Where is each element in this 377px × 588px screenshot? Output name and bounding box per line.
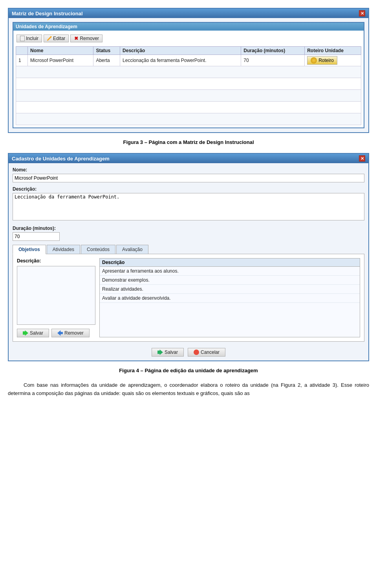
table-row: 1 Microsof PowerPoint Aberta Leccionação… bbox=[16, 55, 361, 66]
row-num: 1 bbox=[16, 55, 28, 66]
window-body-2: Nome: Descrição: Leccionação da ferramen… bbox=[9, 163, 368, 360]
obj-row-3[interactable]: Realizar atividades. bbox=[100, 285, 360, 294]
empty-row bbox=[16, 90, 361, 102]
window-titlebar-2: Cadastro de Unidades de Aprendizagem ✕ bbox=[9, 154, 368, 163]
window-cadastro: Cadastro de Unidades de Aprendizagem ✕ N… bbox=[8, 153, 369, 361]
form-group-nome: Nome: bbox=[13, 167, 364, 182]
obj-row-4[interactable]: Avaliar a atividade desenvolvida. bbox=[100, 294, 360, 303]
remover-obj-icon bbox=[57, 330, 63, 336]
row-status: Aberta bbox=[93, 55, 120, 66]
incluir-button[interactable]: Incluir bbox=[16, 35, 42, 42]
editar-icon bbox=[47, 36, 52, 41]
tab-right-header: Descrição bbox=[100, 259, 360, 267]
nome-label: Nome: bbox=[13, 167, 364, 173]
row-descricao: Leccionação da ferramenta PowerPoint. bbox=[120, 55, 241, 66]
duracao-input[interactable] bbox=[13, 232, 60, 241]
obj-row-1[interactable]: Apresentar a ferramenta aos alunos. bbox=[100, 267, 360, 276]
tab-left-panel: Descrição: Salvar Remover bbox=[17, 258, 95, 337]
row-nome: Microsof PowerPoint bbox=[28, 55, 93, 66]
remover-icon: ✖ bbox=[74, 36, 79, 41]
tab-content-objetivos: Descrição: Salvar Remover Descrição Apre… bbox=[13, 254, 364, 342]
row-roteiro: Roteiro bbox=[305, 55, 361, 66]
tabs-bar: Objetivos Atividades Conteúdos Avaliação bbox=[13, 245, 364, 254]
tab-right-panel: Descrição Apresentar a ferramenta aos al… bbox=[99, 258, 360, 337]
cancel-icon bbox=[194, 350, 199, 355]
figure4-caption: Figura 4 – Página de edição da unidade d… bbox=[8, 368, 369, 373]
paragraph-content: Com base nas informações da unidade de a… bbox=[8, 381, 369, 398]
unidades-table: Nome Status Descrição Duração (minutos) … bbox=[16, 46, 361, 125]
row-duracao: 70 bbox=[241, 55, 305, 66]
roteiro-icon bbox=[311, 57, 317, 64]
paragraph-text: Com base nas informações da unidade de a… bbox=[8, 381, 369, 398]
col-descricao: Descrição bbox=[120, 47, 241, 55]
empty-row bbox=[16, 66, 361, 78]
empty-row bbox=[16, 113, 361, 125]
form-group-duracao: Duração (minutos): bbox=[13, 226, 364, 241]
col-roteiro: Roteiro Unidade bbox=[305, 47, 361, 55]
empty-row bbox=[16, 78, 361, 90]
cancel-button[interactable]: Cancelar bbox=[188, 348, 225, 357]
col-nome: Nome bbox=[28, 47, 93, 55]
remover-button[interactable]: ✖ Remover bbox=[70, 35, 102, 42]
save-icon bbox=[157, 350, 163, 355]
window-matriz: Matriz de Design Instrucional ✕ Unidades… bbox=[8, 8, 369, 133]
col-num bbox=[16, 47, 28, 55]
window-titlebar-1: Matriz de Design Instrucional ✕ bbox=[9, 9, 368, 18]
tab-avaliacao[interactable]: Avaliação bbox=[116, 245, 148, 254]
window-body-1: Unidades de Aprendizagem Incluir Editar … bbox=[9, 18, 368, 132]
tab-conteudos[interactable]: Conteúdos bbox=[81, 245, 115, 254]
bottom-buttons: Salvar Cancelar bbox=[13, 346, 364, 357]
nome-input[interactable] bbox=[13, 174, 364, 182]
salvar-icon bbox=[23, 330, 28, 336]
window-close-1[interactable]: ✕ bbox=[359, 10, 365, 16]
tab-atividades[interactable]: Atividades bbox=[47, 245, 80, 254]
roteiro-button[interactable]: Roteiro bbox=[307, 56, 337, 65]
col-duracao: Duração (minutos) bbox=[241, 47, 305, 55]
window-title-1: Matriz de Design Instrucional bbox=[12, 11, 83, 16]
col-status: Status bbox=[93, 47, 120, 55]
duracao-label: Duração (minutos): bbox=[13, 226, 364, 231]
obj-salvar-button[interactable]: Salvar bbox=[17, 329, 49, 337]
descricao-label: Descrição: bbox=[13, 186, 364, 192]
descricao-textarea[interactable]: Leccionação da ferramenta PowerPoint. bbox=[13, 193, 364, 220]
editar-button[interactable]: Editar bbox=[44, 35, 69, 42]
section-title-1: Unidades de Aprendizagem bbox=[13, 23, 364, 31]
section-panel-unidades: Unidades de Aprendizagem Incluir Editar … bbox=[13, 22, 364, 128]
obj-descricao-label: Descrição: bbox=[17, 258, 95, 264]
figure3-caption: Figura 3 – Página com a Matriz de Design… bbox=[8, 139, 369, 145]
window-close-2[interactable]: ✕ bbox=[359, 155, 365, 162]
empty-row bbox=[16, 102, 361, 113]
incluir-icon bbox=[20, 36, 25, 41]
obj-descricao-textarea[interactable] bbox=[17, 266, 95, 325]
obj-remover-button[interactable]: Remover bbox=[51, 329, 90, 337]
toolbar-1: Incluir Editar ✖ Remover bbox=[16, 33, 361, 44]
form-group-descricao: Descrição: Leccionação da ferramenta Pow… bbox=[13, 186, 364, 222]
window-title-2: Cadastro de Unidades de Aprendizagem bbox=[12, 156, 110, 162]
save-button[interactable]: Salvar bbox=[152, 348, 184, 357]
obj-buttons: Salvar Remover bbox=[17, 329, 95, 337]
obj-row-2[interactable]: Demonstrar exemplos. bbox=[100, 276, 360, 285]
tab-objetivos[interactable]: Objetivos bbox=[13, 245, 46, 254]
